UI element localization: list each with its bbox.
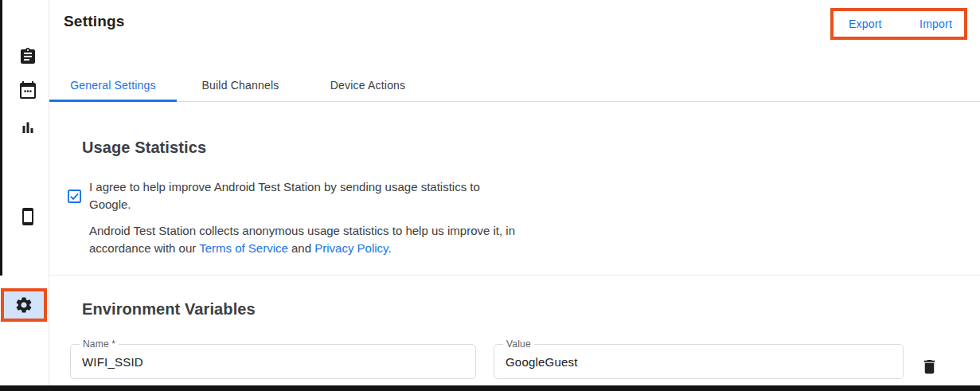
tab-label: Build Channels	[202, 79, 279, 92]
tab-label: General Settings	[70, 79, 155, 92]
env-name-input[interactable]	[71, 345, 475, 378]
tab-label: Device Actions	[330, 79, 406, 92]
export-button[interactable]: Export	[849, 18, 882, 30]
settings-gear-icon[interactable]	[14, 295, 33, 315]
environment-variables-heading: Environment Variables	[82, 300, 256, 319]
env-value-field: Value	[494, 344, 904, 379]
env-value-label: Value	[503, 338, 534, 350]
page-title: Settings	[64, 13, 125, 30]
usage-agree-label: I agree to help improve Android Test Sta…	[89, 178, 480, 213]
terms-of-service-link[interactable]: Terms of Service	[199, 241, 288, 255]
usage-statistics-heading: Usage Statistics	[82, 139, 206, 157]
settings-tab-bar: General Settings Build Channels Device A…	[49, 69, 980, 102]
export-import-annotation-box: Export Import	[830, 8, 967, 40]
import-button[interactable]: Import	[919, 18, 952, 30]
env-name-label: Name *	[80, 338, 119, 350]
settings-annotation-box	[1, 288, 47, 322]
section-divider	[49, 275, 980, 276]
usage-agree-checkbox[interactable]	[68, 190, 81, 203]
app-window: Settings Export Import General Settings …	[0, 0, 980, 391]
bar-chart-icon[interactable]	[18, 118, 37, 137]
env-value-input[interactable]	[494, 345, 903, 378]
tab-device-actions[interactable]: Device Actions	[304, 69, 431, 101]
sidebar	[2, 0, 49, 385]
calendar-icon[interactable]	[18, 80, 37, 100]
tab-general-settings[interactable]: General Settings	[49, 69, 177, 101]
active-tab-indicator	[49, 100, 177, 102]
tab-build-channels[interactable]: Build Channels	[177, 69, 304, 101]
window-edge-bottom	[0, 385, 980, 391]
usage-agree-row: I agree to help improve Android Test Sta…	[68, 178, 480, 213]
clipboard-icon[interactable]	[18, 47, 37, 66]
privacy-policy-link[interactable]: Privacy Policy	[314, 241, 388, 255]
smartphone-icon[interactable]	[18, 207, 37, 226]
trash-icon	[920, 358, 939, 376]
window-edge-left	[0, 0, 2, 276]
usage-description: Android Test Station collects anonymous …	[89, 222, 515, 257]
env-name-field: Name *	[70, 344, 476, 379]
delete-env-variable-button[interactable]	[915, 352, 943, 381]
